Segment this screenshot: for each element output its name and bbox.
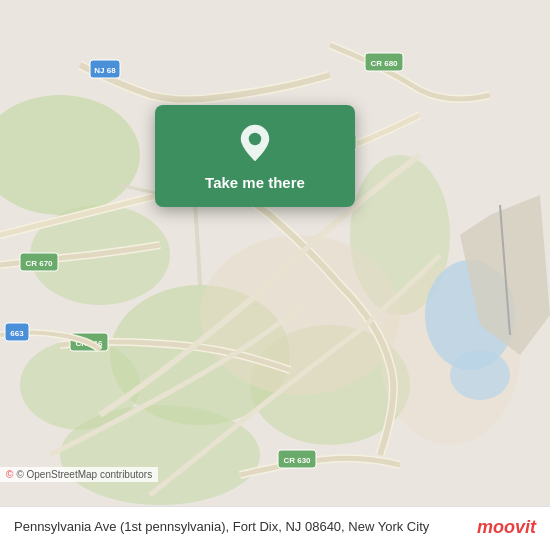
copyright-strip: © © OpenStreetMap contributors bbox=[0, 467, 158, 482]
popup-label[interactable]: Take me there bbox=[205, 173, 305, 193]
svg-point-10 bbox=[450, 350, 510, 400]
svg-point-29 bbox=[249, 133, 261, 145]
svg-text:CR 630: CR 630 bbox=[283, 456, 311, 465]
svg-text:CR 670: CR 670 bbox=[25, 259, 53, 268]
svg-text:CR 680: CR 680 bbox=[370, 59, 398, 68]
svg-text:NJ 68: NJ 68 bbox=[94, 66, 116, 75]
map-container: NJ 68 CR 680 CR 670 CR 616 CR 616 CR 616… bbox=[0, 0, 550, 550]
location-pin-icon bbox=[235, 123, 275, 163]
svg-point-0 bbox=[0, 95, 140, 215]
svg-text:663: 663 bbox=[10, 329, 24, 338]
moovit-brand-text: moovit bbox=[477, 517, 536, 538]
moovit-logo: moovit bbox=[477, 517, 536, 538]
popup-card[interactable]: Take me there bbox=[155, 105, 355, 207]
bottom-bar: Pennsylvania Ave (1st pennsylvania), For… bbox=[0, 506, 550, 550]
copyright-text: © OpenStreetMap contributors bbox=[16, 469, 152, 480]
address-text: Pennsylvania Ave (1st pennsylvania), For… bbox=[14, 518, 467, 536]
osm-logo-icon: © bbox=[6, 469, 13, 480]
